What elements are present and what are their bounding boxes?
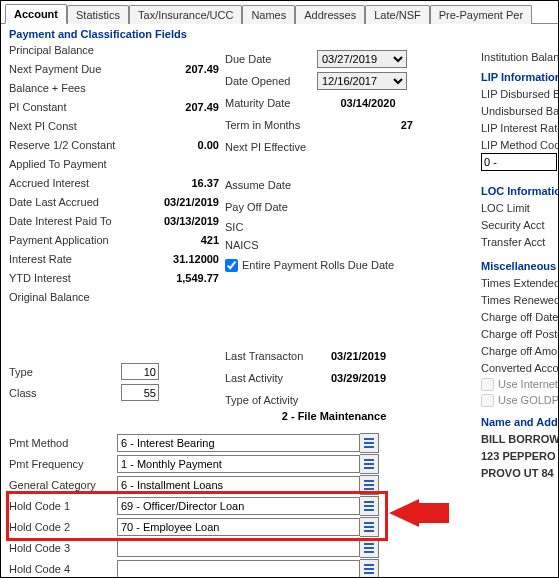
class-label: Class xyxy=(9,387,121,399)
converted-account-label: Converted Accoun xyxy=(481,359,559,376)
svg-rect-10 xyxy=(364,505,374,507)
last-activity-value: 03/29/2019 xyxy=(325,372,386,384)
date-opened-select[interactable]: 12/16/2017 xyxy=(317,72,407,90)
section-payment-fields: Payment and Classification Fields xyxy=(9,28,219,40)
loc-limit-label: LOC Limit xyxy=(481,199,559,216)
lip-info-title: LIP Information xyxy=(481,71,559,83)
tab-prepayment[interactable]: Pre-Payment Per xyxy=(430,5,532,24)
middle-column: Due Date 03/27/2019 Date Opened 12/16/20… xyxy=(225,48,475,276)
date-interest-paid-label: Date Interest Paid To xyxy=(9,215,149,227)
svg-rect-3 xyxy=(364,459,374,461)
list-icon xyxy=(363,437,375,449)
list-icon xyxy=(363,563,375,575)
term-label: Term in Months xyxy=(225,119,317,131)
next-pi-const-label: Next PI Const xyxy=(9,120,149,132)
hold-code-3-input[interactable] xyxy=(117,539,360,557)
svg-rect-19 xyxy=(364,568,374,570)
hold-code-2-input[interactable] xyxy=(117,518,360,536)
date-opened-label: Date Opened xyxy=(225,75,317,87)
misc-title: Miscellaneous L xyxy=(481,260,559,272)
svg-rect-4 xyxy=(364,463,374,465)
type-class-group: Type Class xyxy=(9,361,159,403)
tab-statistics[interactable]: Statistics xyxy=(67,5,129,24)
pmt-frequency-lookup-button[interactable] xyxy=(360,454,379,474)
right-column: Institution Balance LIP Information LIP … xyxy=(481,48,559,489)
applied-to-payment-label: Applied To Payment xyxy=(9,158,149,170)
lip-interest-label: LIP Interest Rate xyxy=(481,119,559,136)
svg-rect-5 xyxy=(364,467,374,469)
type-input[interactable] xyxy=(121,363,159,380)
general-category-lookup-button[interactable] xyxy=(360,475,379,495)
pmt-method-lookup-button[interactable] xyxy=(360,433,379,453)
interest-rate-label: Interest Rate xyxy=(9,253,149,265)
tab-late[interactable]: Late/NSF xyxy=(365,5,429,24)
svg-rect-14 xyxy=(364,530,374,532)
svg-rect-6 xyxy=(364,480,374,482)
svg-rect-0 xyxy=(364,438,374,440)
accrued-interest-label: Accrued Interest xyxy=(9,177,149,189)
pmt-frequency-label: Pmt Frequency xyxy=(9,458,117,470)
svg-rect-15 xyxy=(364,543,374,545)
tab-tax[interactable]: Tax/Insurance/UCC xyxy=(129,5,242,24)
hold-code-4-lookup-button[interactable] xyxy=(360,559,379,579)
entire-payment-checkbox[interactable] xyxy=(225,259,238,272)
last-activity-label: Last Activity xyxy=(225,372,325,384)
payment-application-label: Payment Application xyxy=(9,234,149,246)
list-icon xyxy=(363,500,375,512)
pmt-frequency-input[interactable] xyxy=(117,455,360,473)
general-category-input[interactable] xyxy=(117,476,360,494)
tab-content-account: Payment and Classification Fields Princi… xyxy=(1,24,558,578)
lip-method-input[interactable] xyxy=(481,153,557,171)
institution-balance-label: Institution Balance xyxy=(481,48,559,65)
maturity-date-value: 03/14/2020 xyxy=(317,97,413,109)
tab-names[interactable]: Names xyxy=(242,5,295,24)
loc-info-title: LOC Information xyxy=(481,185,559,197)
next-payment-due-value: 207.49 xyxy=(149,63,219,75)
tab-account[interactable]: Account xyxy=(5,4,67,24)
tab-addresses[interactable]: Addresses xyxy=(295,5,365,24)
sic-label: SIC xyxy=(225,221,317,233)
use-goldphone-checkbox[interactable] xyxy=(481,394,494,407)
hold-code-4-label: Hold Code 4 xyxy=(9,563,117,575)
hold-code-3-lookup-button[interactable] xyxy=(360,538,379,558)
arrow-icon xyxy=(389,499,449,527)
maturity-date-label: Maturity Date xyxy=(225,97,317,109)
reserve-value: 0.00 xyxy=(149,139,219,151)
svg-rect-1 xyxy=(364,442,374,444)
name-addr-title: Name and Addre xyxy=(481,416,559,428)
date-last-accrued-label: Date Last Accrued xyxy=(9,196,149,208)
list-icon xyxy=(363,458,375,470)
hold-code-2-label: Hold Code 2 xyxy=(9,521,117,533)
svg-rect-11 xyxy=(364,509,374,511)
entire-payment-label: Entire Payment Rolls Due Date xyxy=(242,259,394,271)
hold-code-1-input[interactable] xyxy=(117,497,360,515)
date-interest-paid-value: 03/13/2019 xyxy=(149,215,219,227)
file-maintenance-note: 2 - File Maintenance xyxy=(229,410,439,422)
charge-off-date-label: Charge off Date xyxy=(481,308,559,325)
hold-code-3-label: Hold Code 3 xyxy=(9,542,117,554)
svg-rect-12 xyxy=(364,522,374,524)
hold-code-4-input[interactable] xyxy=(117,560,360,578)
pmt-method-label: Pmt Method xyxy=(9,437,117,449)
svg-rect-2 xyxy=(364,446,374,448)
hold-code-1-lookup-button[interactable] xyxy=(360,496,379,516)
class-input[interactable] xyxy=(121,384,159,401)
ytd-interest-value: 1,549.77 xyxy=(149,272,219,284)
ytd-interest-label: YTD Interest xyxy=(9,272,149,284)
svg-rect-7 xyxy=(364,484,374,486)
charge-off-posted-label: Charge off Posted xyxy=(481,325,559,342)
use-internet-checkbox[interactable] xyxy=(481,378,494,391)
security-acct-label: Security Acct xyxy=(481,216,559,233)
times-extended-label: Times Extended xyxy=(481,274,559,291)
svg-rect-16 xyxy=(364,547,374,549)
general-category-label: General Category xyxy=(9,479,117,491)
hold-code-2-lookup-button[interactable] xyxy=(360,517,379,537)
due-date-select[interactable]: 03/27/2019 xyxy=(317,50,407,68)
times-renewed-label: Times Renewed xyxy=(481,291,559,308)
tab-strip: Account Statistics Tax/Insurance/UCC Nam… xyxy=(1,1,558,24)
svg-rect-17 xyxy=(364,551,374,553)
principal-balance-label: Principal Balance xyxy=(9,44,149,56)
pmt-method-input[interactable] xyxy=(117,434,360,452)
svg-rect-13 xyxy=(364,526,374,528)
last-transaction-label: Last Transacton xyxy=(225,350,325,362)
